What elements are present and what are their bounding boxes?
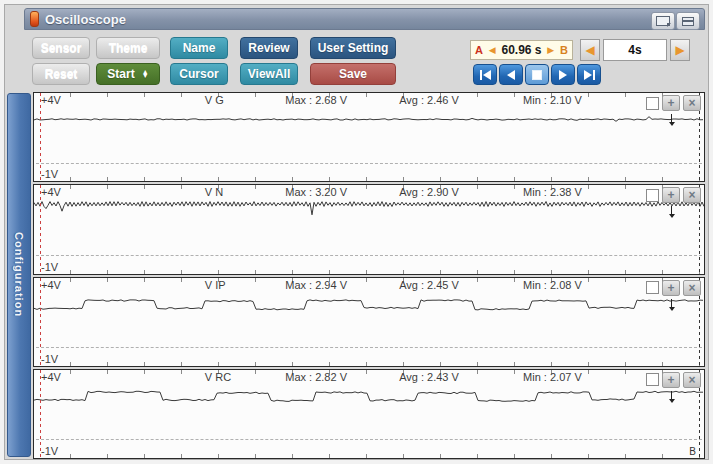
channel-area: +4V V G Max : 2.68 V Avg : 2.46 V Min : … (33, 92, 705, 459)
ab-range-box[interactable]: A ◀ 60.96 s ▶ B (470, 40, 573, 60)
timebase-value: 4s (603, 39, 667, 61)
close-channel-icon[interactable]: × (683, 187, 701, 203)
top-scale-label: +4V (41, 186, 61, 198)
bottom-scale-label: -1V (41, 445, 58, 457)
zoom-plus-icon[interactable]: + (662, 280, 680, 296)
bottom-tick-marks (34, 270, 704, 274)
bar-glyph (593, 70, 595, 80)
channel-avg-value: Avg : 2.43 V (399, 371, 459, 383)
sensor-button[interactable]: Sensor (32, 37, 90, 59)
timebase-increase-button[interactable]: ▶ (670, 39, 690, 61)
channel-avg-value: Avg : 2.90 V (399, 186, 459, 198)
channel-checkbox[interactable] (646, 189, 659, 202)
bottom-tick-marks (34, 177, 704, 181)
triangle-right-icon (584, 70, 592, 80)
close-channel-icon[interactable]: × (683, 280, 701, 296)
triangle-right-icon (559, 70, 567, 80)
channel-panel: +4V V IP Max : 2.94 V Avg : 2.45 V Min :… (33, 277, 705, 367)
trigger-marker-icon (671, 299, 672, 308)
reset-button[interactable]: Reset (32, 63, 90, 85)
review-button[interactable]: Review (240, 37, 298, 59)
channel-controls: + × (646, 95, 701, 111)
oscilloscope-window: Oscilloscope SensorThemeNameReviewUser S… (0, 0, 713, 464)
zero-volt-gridline (36, 347, 702, 348)
name-button[interactable]: Name (170, 37, 228, 59)
trigger-marker-icon (671, 114, 672, 123)
top-scale-label: +4V (41, 371, 61, 383)
bottom-scale-label: -1V (41, 168, 58, 180)
save-button[interactable]: Save (310, 63, 396, 85)
viewall-button[interactable]: ViewAll (240, 63, 298, 85)
close-channel-icon[interactable]: × (683, 95, 701, 111)
cursor-button[interactable]: Cursor (170, 63, 228, 85)
title-bar[interactable]: Oscilloscope (24, 8, 705, 30)
trigger-marker-icon (671, 206, 672, 215)
channel-min-value: Min : 2.07 V (523, 371, 582, 383)
stop-button[interactable] (525, 64, 549, 85)
skip-to-end-button[interactable] (577, 64, 601, 85)
channel-min-value: Min : 2.38 V (523, 186, 582, 198)
zoom-plus-icon[interactable]: + (662, 372, 680, 388)
close-channel-icon[interactable]: × (683, 372, 701, 388)
monitor-glyph (656, 16, 670, 26)
bottom-tick-marks (34, 454, 704, 458)
zero-volt-gridline (36, 255, 702, 256)
top-scale-label: +4V (41, 279, 61, 291)
zero-volt-gridline (36, 163, 702, 164)
waveform-trace (34, 185, 704, 273)
skip-to-start-button[interactable] (473, 64, 497, 85)
user-setting-button[interactable]: User Setting (310, 37, 396, 59)
zoom-plus-icon[interactable]: + (662, 187, 680, 203)
screen-capture-icon[interactable] (651, 12, 675, 30)
channel-name: V G (205, 94, 224, 106)
a-left-arrow-icon[interactable]: ◀ (489, 45, 496, 55)
waveform-trace (34, 278, 704, 366)
step-back-button[interactable] (499, 64, 523, 85)
waveform-trace (34, 370, 704, 458)
start-button[interactable]: Start▲▼ (96, 63, 160, 85)
b-right-arrow-icon[interactable]: ▶ (547, 45, 554, 55)
bottom-scale-label: -1V (41, 261, 58, 273)
zero-volt-gridline (36, 439, 702, 440)
channel-checkbox[interactable] (646, 97, 659, 110)
channel-panel: +4V V RC Max : 2.82 V Avg : 2.43 V Min :… (33, 369, 705, 459)
channel-checkbox[interactable] (646, 373, 659, 386)
stop-square-icon (532, 70, 542, 80)
bar-glyph (480, 70, 482, 80)
play-button[interactable] (551, 64, 575, 85)
bottom-scale-label: -1V (41, 353, 58, 365)
channel-controls: + × (646, 372, 701, 388)
a-cursor-label: A (475, 44, 483, 56)
channel-max-value: Max : 3.20 V (285, 186, 347, 198)
window-title: Oscilloscope (45, 12, 126, 27)
bottom-tick-marks (34, 362, 704, 366)
channel-name: V N (205, 186, 223, 198)
channel-controls: + × (646, 187, 701, 203)
start-spinner-icon[interactable]: ▲▼ (142, 70, 149, 78)
channel-avg-value: Avg : 2.46 V (399, 94, 459, 106)
window-layout-icon[interactable] (676, 12, 700, 30)
channel-avg-value: Avg : 2.45 V (399, 279, 459, 291)
trigger-marker-icon (671, 391, 672, 400)
channel-controls: + × (646, 280, 701, 296)
channel-name: V RC (205, 371, 231, 383)
top-tick-marks (34, 185, 704, 189)
channel-min-value: Min : 2.08 V (523, 279, 582, 291)
channel-name: V IP (205, 279, 226, 291)
cursor-b-tag: B (689, 446, 696, 457)
top-tick-marks (34, 278, 704, 282)
zoom-plus-icon[interactable]: + (662, 95, 680, 111)
top-tick-marks (34, 93, 704, 97)
channel-max-value: Max : 2.94 V (285, 279, 347, 291)
ab-time-value: 60.96 s (501, 43, 541, 57)
channel-max-value: Max : 2.68 V (285, 94, 347, 106)
stacked-bars-glyph (682, 17, 694, 26)
top-scale-label: +4V (41, 94, 61, 106)
channel-checkbox[interactable] (646, 281, 659, 294)
timebase-decrease-button[interactable]: ◀ (580, 39, 600, 61)
app-icon (30, 11, 39, 27)
configuration-tab[interactable]: Configuration (7, 93, 31, 457)
theme-button[interactable]: Theme (96, 37, 160, 59)
channel-min-value: Min : 2.10 V (523, 94, 582, 106)
channel-panel: +4V V G Max : 2.68 V Avg : 2.46 V Min : … (33, 92, 705, 182)
